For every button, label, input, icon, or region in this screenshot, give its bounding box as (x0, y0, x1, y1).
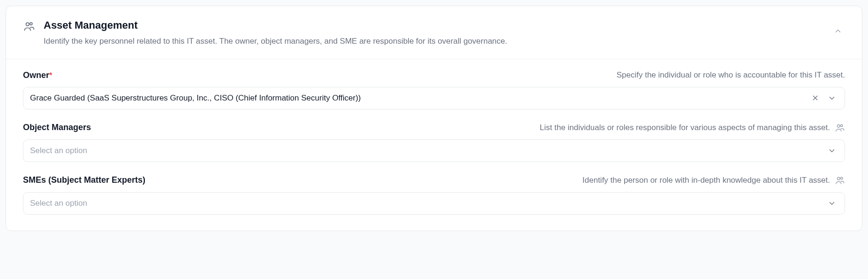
chevron-down-icon (828, 94, 836, 102)
svg-point-7 (841, 177, 843, 179)
owner-field: Owner* Specify the individual or role wh… (23, 70, 845, 109)
panel-header: Asset Management Identify the key person… (6, 6, 862, 59)
smes-field-header: SMEs (Subject Matter Experts) Identify t… (23, 175, 845, 186)
panel-title: Asset Management (44, 19, 823, 31)
panel-header-text: Asset Management Identify the key person… (44, 19, 823, 47)
chevron-down-icon (828, 147, 836, 155)
smes-field: SMEs (Subject Matter Experts) Identify t… (23, 175, 845, 215)
svg-point-4 (838, 124, 840, 127)
managers-select[interactable]: Select an option (23, 140, 845, 162)
panel-body: Owner* Specify the individual or role wh… (6, 59, 862, 231)
managers-field: Object Managers List the individuals or … (23, 123, 845, 162)
smes-dropdown-button[interactable] (826, 197, 838, 209)
required-mark: * (49, 71, 52, 79)
collapse-button[interactable] (831, 24, 845, 38)
owner-label: Owner (23, 70, 49, 80)
asset-management-panel: Asset Management Identify the key person… (6, 6, 862, 231)
managers-field-header: Object Managers List the individuals or … (23, 123, 845, 133)
people-icon (835, 175, 845, 186)
owner-select[interactable]: Grace Guarded (SaaS Superstructures Grou… (23, 87, 845, 109)
people-icon (835, 123, 845, 133)
managers-placeholder: Select an option (30, 146, 826, 155)
managers-hint: List the individuals or roles responsibl… (540, 123, 830, 132)
smes-label: SMEs (Subject Matter Experts) (23, 175, 145, 185)
svg-point-6 (838, 177, 840, 180)
managers-dropdown-button[interactable] (826, 145, 838, 157)
chevron-up-icon (834, 27, 842, 35)
svg-point-0 (26, 23, 30, 26)
owner-clear-button[interactable] (809, 92, 821, 104)
owner-hint: Specify the individual or role who is ac… (617, 70, 845, 80)
smes-hint: Identify the person or role with in-dept… (582, 176, 830, 185)
managers-label: Object Managers (23, 123, 91, 132)
smes-placeholder: Select an option (30, 199, 826, 208)
svg-point-1 (30, 23, 32, 25)
owner-value: Grace Guarded (SaaS Superstructures Grou… (30, 93, 809, 103)
panel-subtitle: Identify the key personnel related to th… (44, 35, 823, 47)
chevron-down-icon (828, 199, 836, 208)
people-icon (23, 20, 35, 32)
smes-select[interactable]: Select an option (23, 192, 845, 215)
svg-point-5 (841, 124, 843, 126)
close-icon (811, 94, 819, 102)
owner-field-header: Owner* Specify the individual or role wh… (23, 70, 845, 80)
owner-dropdown-button[interactable] (826, 92, 838, 104)
